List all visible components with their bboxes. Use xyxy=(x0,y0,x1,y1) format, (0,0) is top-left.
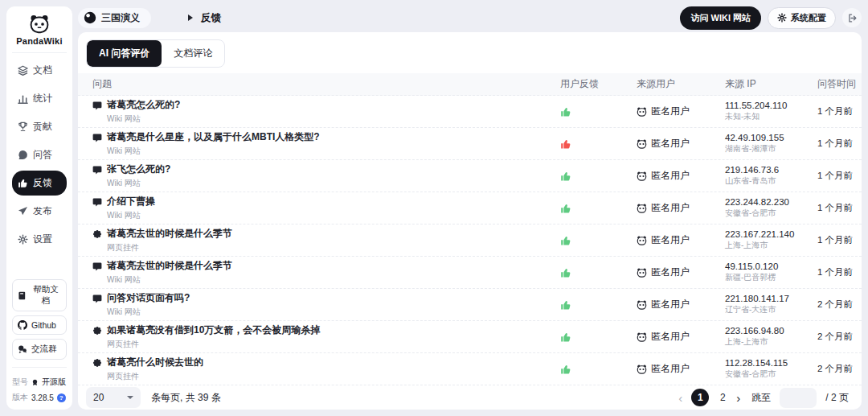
help-docs-button[interactable]: 帮助文档 xyxy=(12,279,67,311)
column-question: 问题 xyxy=(92,77,560,91)
table-row[interactable]: 诸葛亮怎么死的? Wiki 网站 匿名用户 xyxy=(78,96,862,128)
github-label: Github xyxy=(31,320,56,330)
column-source-user: 来源用户 xyxy=(637,77,725,91)
sidebar-item-label: 问答 xyxy=(33,148,52,162)
sidebar-item-label: 设置 xyxy=(33,233,52,246)
question-source: Wiki 网站 xyxy=(107,178,560,189)
table-row[interactable]: 诸葛亮去世的时候是什么季节 Wiki 网站 匿名用户 xyxy=(78,257,862,289)
github-icon xyxy=(18,320,27,330)
panda-user-icon xyxy=(637,365,647,374)
sidebar-item-feedback[interactable]: 反馈 xyxy=(12,171,67,196)
table-body: 诸葛亮怎么死的? Wiki 网站 匿名用户 xyxy=(78,96,862,385)
table-row[interactable]: 张飞怎么死的? Wiki 网站 匿名用户 xyxy=(78,160,862,192)
sidebar-item-qa[interactable]: 问答 xyxy=(12,142,67,167)
question-source: Wiki 网站 xyxy=(107,307,560,318)
panda-user-icon xyxy=(637,171,647,181)
layers-icon xyxy=(18,65,28,76)
system-config-button[interactable]: 系统配置 xyxy=(768,7,836,29)
jump-to-label: 跳至 xyxy=(751,391,771,405)
community-group-label: 交流群 xyxy=(31,344,57,355)
thumbs-up-icon xyxy=(560,267,637,278)
question-source: 网页挂件 xyxy=(107,371,560,382)
question-text: 诸葛亮去世的时候是什么季节 xyxy=(107,227,232,241)
table-row[interactable]: 诸葛亮是什么星座，以及属于什么MBTI人格类型? Wiki 网站 匿名用户 xyxy=(78,128,862,160)
user-name: 匿名用户 xyxy=(651,105,690,118)
table-row[interactable]: 如果诸葛亮没有借到10万支箭，会不会被周瑜杀掉 网页挂件 匿名用户 xyxy=(78,321,862,353)
divider xyxy=(12,52,67,53)
user-name: 匿名用户 xyxy=(651,137,690,150)
panda-user-icon xyxy=(637,236,647,245)
sidebar-item-stats[interactable]: 统计 xyxy=(12,86,67,111)
panda-user-icon xyxy=(637,300,647,310)
user-name: 匿名用户 xyxy=(651,201,690,215)
table-row[interactable]: 问答对话页面有吗? Wiki 网站 匿名用户 xyxy=(78,289,862,321)
tab-ai-qa-evaluation[interactable]: AI 问答评价 xyxy=(87,40,162,67)
answer-time: 2 个月前 xyxy=(817,363,862,375)
ip-location: 未知-未知 xyxy=(725,111,817,122)
answer-time: 1 个月前 xyxy=(817,170,862,182)
badge-icon xyxy=(31,379,39,386)
table-row[interactable]: 诸葛亮什么时候去世的 网页挂件 匿名用户 xyxy=(78,353,862,385)
page-button-2[interactable]: 2 xyxy=(718,392,727,403)
version-help-icon[interactable]: ? xyxy=(57,393,66,402)
github-button[interactable]: Github xyxy=(12,315,67,335)
table-row[interactable]: 介绍下曹操 Wiki 网站 匿名用户 xyxy=(78,192,862,224)
jump-page-input[interactable] xyxy=(780,388,817,408)
question-text: 问答对话页面有吗? xyxy=(107,291,190,305)
chat-bubble-icon xyxy=(92,294,102,303)
ip-address: 111.55.204.110 xyxy=(725,101,817,110)
visit-wiki-button[interactable]: 访问 WIKI 网站 xyxy=(680,6,761,30)
chat-bubble-icon xyxy=(92,197,102,207)
prev-page-button[interactable]: ‹ xyxy=(678,392,682,404)
total-pages-text: / 2 页 xyxy=(825,391,849,405)
answer-time: 2 个月前 xyxy=(817,299,862,311)
model-row: 型号 开源版 xyxy=(12,377,67,388)
thumbs-up-icon xyxy=(560,235,637,246)
widget-icon xyxy=(92,358,102,368)
column-answer-time: 问答时间 xyxy=(817,77,862,91)
question-source: Wiki 网站 xyxy=(107,274,560,286)
ip-address: 112.28.154.115 xyxy=(725,358,817,368)
pagination-bar: 20 条每页, 共 39 条 ‹ 1 2 › 跳至 / 2 页 xyxy=(78,385,862,410)
chat-bubble-icon xyxy=(92,165,102,175)
logout-button[interactable] xyxy=(842,8,862,27)
answer-time: 1 个月前 xyxy=(817,202,862,214)
question-source: Wiki 网站 xyxy=(107,146,560,157)
question-text: 如果诸葛亮没有借到10万支箭，会不会被周瑜杀掉 xyxy=(107,323,320,337)
sidebar: PandaWiki 文档 统计 贡献 问答 xyxy=(6,6,72,410)
table-row[interactable]: 诸葛亮去世的时候是什么季节 网页挂件 匿名用户 xyxy=(78,224,862,257)
sidebar-item-contribution[interactable]: 贡献 xyxy=(12,114,67,139)
answer-time: 1 个月前 xyxy=(817,138,862,150)
page-size-select[interactable]: 20 xyxy=(86,387,141,408)
sidebar-item-settings[interactable]: 设置 xyxy=(12,227,67,252)
panda-user-icon xyxy=(637,268,647,278)
sidebar-item-publish[interactable]: 发布 xyxy=(12,199,67,224)
answer-time: 1 个月前 xyxy=(817,266,862,278)
main-content: AI 问答评价 文档评论 问题 用户反馈 来源用户 来源 IP 问答时间 诸葛亮… xyxy=(78,32,862,410)
sidebar-item-docs[interactable]: 文档 xyxy=(12,58,67,83)
community-group-button[interactable]: 交流群 xyxy=(12,339,67,360)
question-text: 诸葛亮什么时候去世的 xyxy=(107,356,203,369)
user-name: 匿名用户 xyxy=(651,169,690,183)
next-page-button[interactable]: › xyxy=(736,392,740,404)
help-docs-label: 帮助文档 xyxy=(31,284,61,307)
user-name: 匿名用户 xyxy=(651,330,690,344)
question-source: 网页挂件 xyxy=(107,242,560,253)
breadcrumb-site-pill[interactable]: 三国演义 xyxy=(78,8,151,28)
system-config-label: 系统配置 xyxy=(791,12,826,24)
ip-address: 219.146.73.6 xyxy=(725,165,817,175)
ip-location: 安徽省-合肥市 xyxy=(725,369,817,380)
sidebar-item-label: 发布 xyxy=(33,204,52,218)
tab-doc-comments[interactable]: 文档评论 xyxy=(162,40,224,67)
thumb-icon xyxy=(18,178,28,188)
page-button-1[interactable]: 1 xyxy=(691,389,709,406)
user-name: 匿名用户 xyxy=(651,298,690,311)
ip-location: 辽宁省-大连市 xyxy=(725,304,817,315)
app-logo: PandaWiki xyxy=(16,14,62,46)
chat-bubble-icon xyxy=(92,133,102,142)
ip-address: 223.167.221.140 xyxy=(725,229,817,239)
breadcrumb-arrow-icon xyxy=(188,14,193,21)
page-size-value: 20 xyxy=(93,392,104,403)
user-name: 匿名用户 xyxy=(651,362,690,376)
sidebar-item-label: 反馈 xyxy=(33,176,52,190)
